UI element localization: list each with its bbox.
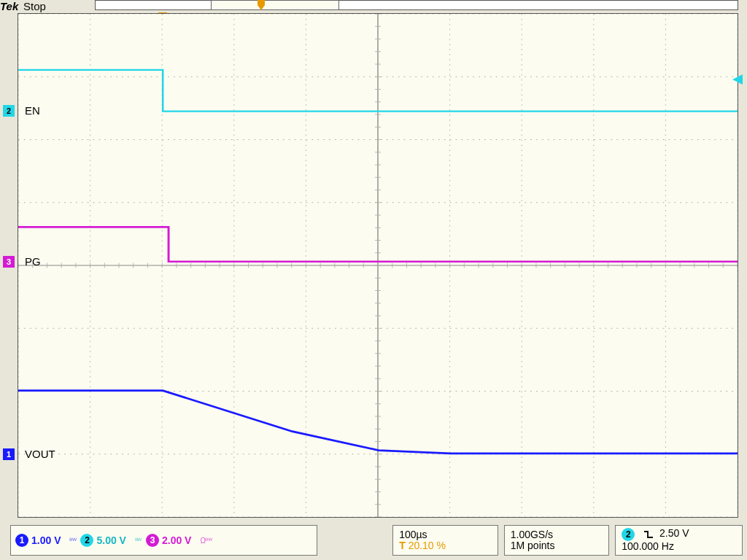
channel-label-vout: VOUT [25,448,55,460]
bw-ch1: ᴮᵂ [69,537,76,545]
oscilloscope-capture: Tek Stop T 2 EN 3 PG 1 VOUT 1 1.00 V ᴮᵂ [0,0,747,560]
bw-ch2: ᴮᵂ [135,537,142,545]
channel-marker-ch2: 2 [3,105,15,117]
pill-ch3: 3 [146,534,159,547]
readout-bar: 1 1.00 V ᴮᵂ 2 5.00 V ᴮᵂ 3 2.00 V Ωᴮᵂ 100… [10,524,743,556]
record-length: 1M points [511,540,555,551]
brand-logo: Tek [0,0,18,12]
waveform-graticule [18,13,738,518]
scale-ch1: 1.00 V [31,534,61,546]
acquisition-panel: 1.00GS/s 1M points [504,525,610,556]
waveform-plot [18,14,738,517]
timebase-delay: 20.10 % [409,540,446,551]
timeline-overview [95,0,738,10]
channel-marker-ch1: 1 [3,448,15,460]
trigger-freq: 100.000 Hz [622,541,674,552]
trigger-level: 2.50 V [659,528,689,540]
channel-label-pg: PG [25,255,41,268]
trigger-panel: 2 2.50 V 100.000 Hz [615,525,743,556]
timeline-trigger-flag-icon [256,0,266,10]
channel-scales-panel: 1 1.00 V ᴮᵂ 2 5.00 V ᴮᵂ 3 2.00 V Ωᴮᵂ [10,525,317,556]
trigger-level-arrow-icon [732,74,743,85]
svg-marker-115 [732,74,743,85]
channel-idx: 2 [7,106,11,115]
pill-ch1: 1 [15,534,28,547]
channel-label-en: EN [25,104,40,117]
timebase-panel: 100µs T 20.10 % [392,525,498,556]
spacer [323,525,387,556]
run-state: Stop [23,0,46,12]
timebase-per-div: 100µs [399,529,427,540]
trig-source-pill: 2 [622,528,635,541]
svg-marker-0 [258,0,265,10]
scale-ch3: 2.00 V [162,534,191,546]
channel-idx: 3 [7,257,11,266]
bw-ch3: Ωᴮᵂ [200,537,212,545]
sample-rate: 1.00GS/s [511,529,553,540]
channel-marker-ch3: 3 [3,256,15,268]
channel-idx: 1 [7,450,11,459]
scale-ch2: 5.00 V [96,534,125,546]
pill-ch2: 2 [80,534,93,547]
falling-edge-icon [643,529,654,540]
timeline-window [211,0,339,10]
top-bar: Tek Stop [0,0,747,15]
